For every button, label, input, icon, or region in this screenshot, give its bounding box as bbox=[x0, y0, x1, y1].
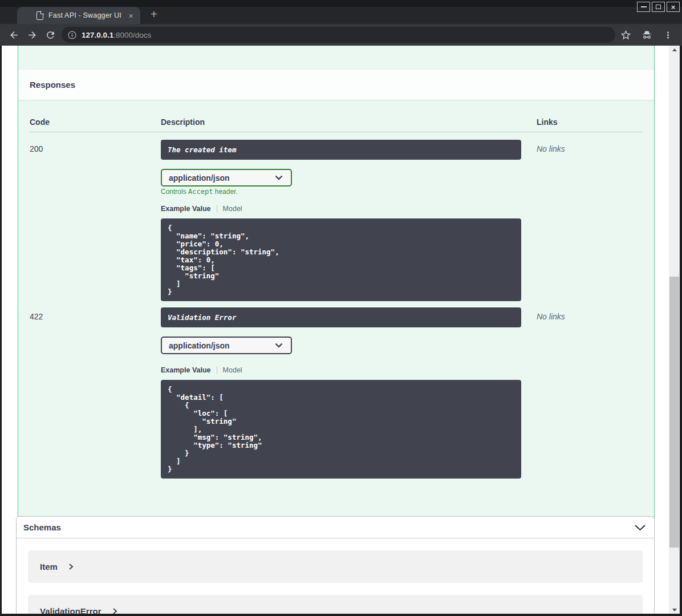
schemas-body: Item ValidationError bbox=[17, 538, 654, 616]
maximize-icon bbox=[656, 5, 661, 9]
page-document-icon bbox=[36, 11, 43, 20]
tab-example-value[interactable]: Example Value bbox=[161, 366, 211, 374]
tab-fastapi-swagger[interactable]: Fast API - Swagger UI × bbox=[17, 7, 140, 24]
tab-divider bbox=[217, 366, 217, 374]
minimize-button[interactable] bbox=[637, 2, 650, 12]
tab-strip: Fast API - Swagger UI × + bbox=[0, 7, 682, 24]
incognito-icon[interactable] bbox=[641, 29, 653, 41]
window-border-right bbox=[680, 46, 682, 616]
forward-arrow-icon bbox=[27, 30, 38, 40]
example-model-tabs: Example Value Model bbox=[161, 204, 521, 213]
window-border-bottom bbox=[0, 614, 682, 616]
reload-icon bbox=[45, 30, 56, 40]
forward-button[interactable] bbox=[25, 28, 39, 42]
tab-divider bbox=[217, 205, 217, 213]
url-path: :8000/docs bbox=[113, 31, 151, 39]
browser-window: Fast API - Swagger UI × + × 127.0.0.1:80… bbox=[0, 0, 682, 616]
minimize-icon bbox=[641, 6, 647, 7]
browser-toolbar: 127.0.0.1:8000/docs bbox=[0, 24, 682, 46]
example-json-422: { "detail": [ { "loc": [ "string" ], "ms… bbox=[161, 380, 521, 479]
response-description-text: Validation Error bbox=[168, 313, 236, 322]
close-button[interactable]: × bbox=[667, 2, 680, 12]
window-border-left bbox=[0, 46, 2, 616]
triangle-down-icon bbox=[672, 609, 677, 611]
media-type-select[interactable]: application/json bbox=[161, 337, 292, 354]
response-description-text: The created item bbox=[168, 145, 236, 154]
column-header-description: Description bbox=[161, 117, 521, 127]
tab-close-icon[interactable]: × bbox=[128, 11, 133, 20]
controls-accept-note: Controls Accept header. bbox=[161, 188, 521, 196]
address-bar[interactable]: 127.0.0.1:8000/docs bbox=[62, 27, 615, 43]
model-name: Item bbox=[40, 562, 58, 572]
url-host: 127.0.0.1 bbox=[82, 31, 113, 39]
page-viewport: Responses Code Description Links 200 The… bbox=[0, 46, 682, 616]
window-controls: × bbox=[637, 2, 680, 12]
response-description-box: The created item bbox=[161, 140, 521, 160]
response-description-cell: The created item application/json Contro… bbox=[161, 140, 521, 301]
chevron-down-icon bbox=[275, 175, 283, 180]
response-description-cell: Validation Error application/json Exampl… bbox=[161, 307, 521, 479]
accept-header-code: Accept bbox=[188, 188, 213, 196]
toolbar-right bbox=[620, 29, 674, 41]
schemas-section: Schemas Item ValidationError bbox=[16, 516, 655, 616]
scroll-down-arrow[interactable] bbox=[669, 606, 680, 614]
back-button[interactable] bbox=[7, 28, 21, 42]
tab-model[interactable]: Model bbox=[223, 205, 242, 213]
chevron-right-icon[interactable] bbox=[68, 563, 74, 570]
bookmark-star-icon[interactable] bbox=[620, 29, 632, 41]
schema-model-validationerror[interactable]: ValidationError bbox=[28, 595, 643, 616]
window-titlebar bbox=[0, 0, 682, 7]
browser-menu-icon[interactable] bbox=[662, 29, 674, 41]
back-arrow-icon bbox=[9, 30, 19, 40]
schemas-title: Schemas bbox=[23, 522, 61, 532]
no-links-text: No links bbox=[537, 140, 643, 153]
media-type-value: application/json bbox=[169, 341, 230, 350]
url-text: 127.0.0.1:8000/docs bbox=[82, 31, 151, 39]
close-icon: × bbox=[671, 3, 676, 11]
responses-table: Code Description Links 200 The created i… bbox=[18, 100, 654, 479]
new-tab-button[interactable]: + bbox=[151, 9, 157, 20]
site-info-icon[interactable] bbox=[67, 30, 77, 40]
responses-section-header: Responses bbox=[18, 69, 654, 100]
media-type-select[interactable]: application/json bbox=[161, 169, 292, 187]
media-type-value: application/json bbox=[169, 173, 230, 183]
column-header-links: Links bbox=[537, 117, 643, 127]
example-json-200: { "name": "string", "price": 0, "descrip… bbox=[161, 218, 521, 301]
tab-model[interactable]: Model bbox=[223, 366, 242, 374]
response-row-422: 422 Validation Error application/json Ex… bbox=[30, 307, 643, 479]
post-operation-panel: Responses Code Description Links 200 The… bbox=[18, 46, 655, 533]
responses-table-header: Code Description Links bbox=[30, 100, 643, 132]
no-links-text: No links bbox=[537, 307, 643, 321]
reload-button[interactable] bbox=[43, 28, 57, 42]
example-model-tabs: Example Value Model bbox=[161, 366, 521, 374]
schemas-header[interactable]: Schemas bbox=[17, 517, 654, 538]
schema-model-item[interactable]: Item bbox=[28, 550, 643, 583]
tab-example-value[interactable]: Example Value bbox=[161, 205, 211, 213]
triangle-up-icon bbox=[672, 48, 677, 51]
response-row-200: 200 The created item application/json Co… bbox=[30, 132, 643, 301]
chevron-down-icon bbox=[275, 343, 283, 348]
scroll-up-arrow[interactable] bbox=[669, 46, 680, 54]
response-code: 422 bbox=[30, 307, 161, 321]
column-header-code: Code bbox=[30, 117, 161, 127]
chevron-down-icon[interactable] bbox=[634, 524, 646, 531]
response-code: 200 bbox=[30, 140, 161, 153]
vertical-scrollbar[interactable] bbox=[669, 46, 680, 614]
response-description-box: Validation Error bbox=[161, 307, 521, 327]
tab-title: Fast API - Swagger UI bbox=[48, 11, 128, 19]
maximize-button[interactable] bbox=[652, 2, 665, 12]
responses-title: Responses bbox=[30, 80, 75, 90]
scrollbar-thumb[interactable] bbox=[669, 277, 679, 548]
